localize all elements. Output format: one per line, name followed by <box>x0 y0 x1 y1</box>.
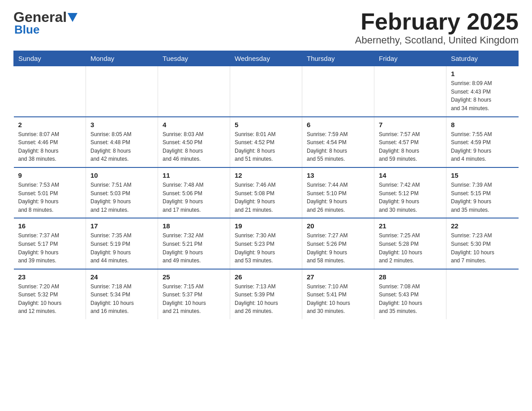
day-number: 15 <box>451 171 514 179</box>
day-number: 18 <box>163 222 225 230</box>
day-number: 21 <box>379 222 442 230</box>
day-number: 5 <box>235 121 297 128</box>
calendar-cell <box>14 66 86 117</box>
day-info: Sunrise: 8:07 AMSunset: 4:46 PMDaylight:… <box>18 130 82 163</box>
calendar-cell: 20Sunrise: 7:27 AMSunset: 5:26 PMDayligh… <box>302 218 374 269</box>
calendar-cell <box>374 66 446 117</box>
day-info: Sunrise: 7:10 AMSunset: 5:41 PMDaylight:… <box>307 283 369 316</box>
day-info: Sunrise: 8:01 AMSunset: 4:52 PMDaylight:… <box>235 130 297 163</box>
calendar-cell: 23Sunrise: 7:20 AMSunset: 5:32 PMDayligh… <box>14 269 86 319</box>
calendar-week-row: 1Sunrise: 8:09 AMSunset: 4:43 PMDaylight… <box>14 66 519 117</box>
day-info: Sunrise: 7:13 AMSunset: 5:39 PMDaylight:… <box>235 283 297 316</box>
calendar-cell: 28Sunrise: 7:08 AMSunset: 5:43 PMDayligh… <box>374 269 446 319</box>
day-number: 3 <box>90 121 153 128</box>
day-info: Sunrise: 7:30 AMSunset: 5:23 PMDaylight:… <box>235 231 297 265</box>
calendar-cell: 19Sunrise: 7:30 AMSunset: 5:23 PMDayligh… <box>230 218 302 269</box>
day-number: 14 <box>379 171 442 179</box>
calendar-cell: 25Sunrise: 7:15 AMSunset: 5:37 PMDayligh… <box>158 269 230 319</box>
calendar-cell: 27Sunrise: 7:10 AMSunset: 5:41 PMDayligh… <box>302 269 374 319</box>
logo-icon <box>68 13 77 23</box>
calendar-cell: 8Sunrise: 7:55 AMSunset: 4:59 PMDaylight… <box>446 117 519 167</box>
day-number: 25 <box>163 273 225 281</box>
calendar-week-row: 2Sunrise: 8:07 AMSunset: 4:46 PMDaylight… <box>14 117 519 167</box>
day-info: Sunrise: 7:59 AMSunset: 4:54 PMDaylight:… <box>307 130 369 163</box>
day-number: 24 <box>90 273 153 281</box>
col-monday: Monday <box>86 51 158 66</box>
day-info: Sunrise: 7:48 AMSunset: 5:06 PMDaylight:… <box>163 181 225 214</box>
calendar-cell: 24Sunrise: 7:18 AMSunset: 5:34 PMDayligh… <box>86 269 158 319</box>
day-info: Sunrise: 7:46 AMSunset: 5:08 PMDaylight:… <box>235 181 297 214</box>
calendar-cell: 11Sunrise: 7:48 AMSunset: 5:06 PMDayligh… <box>158 167 230 218</box>
page-title: February 2025 <box>355 9 519 34</box>
day-info: Sunrise: 7:20 AMSunset: 5:32 PMDaylight:… <box>18 283 82 316</box>
calendar-week-row: 16Sunrise: 7:37 AMSunset: 5:17 PMDayligh… <box>14 218 519 269</box>
calendar-cell: 26Sunrise: 7:13 AMSunset: 5:39 PMDayligh… <box>230 269 302 319</box>
calendar-cell: 14Sunrise: 7:42 AMSunset: 5:12 PMDayligh… <box>374 167 446 218</box>
day-info: Sunrise: 7:15 AMSunset: 5:37 PMDaylight:… <box>163 283 225 316</box>
svg-marker-0 <box>68 13 77 22</box>
day-number: 16 <box>18 222 82 230</box>
day-info: Sunrise: 7:51 AMSunset: 5:03 PMDaylight:… <box>90 181 153 214</box>
col-wednesday: Wednesday <box>230 51 302 66</box>
day-number: 22 <box>451 222 514 230</box>
day-info: Sunrise: 7:39 AMSunset: 5:15 PMDaylight:… <box>451 181 514 214</box>
day-number: 26 <box>235 273 297 281</box>
day-info: Sunrise: 7:25 AMSunset: 5:28 PMDaylight:… <box>379 231 442 265</box>
day-info: Sunrise: 7:44 AMSunset: 5:10 PMDaylight:… <box>307 181 369 214</box>
calendar-cell: 12Sunrise: 7:46 AMSunset: 5:08 PMDayligh… <box>230 167 302 218</box>
logo-blue: Blue <box>13 23 39 37</box>
calendar-table: Sunday Monday Tuesday Wednesday Thursday… <box>13 51 519 319</box>
day-info: Sunrise: 7:42 AMSunset: 5:12 PMDaylight:… <box>379 181 442 214</box>
day-number: 11 <box>163 171 225 179</box>
logo: General Blue <box>13 9 77 37</box>
calendar-cell: 6Sunrise: 7:59 AMSunset: 4:54 PMDaylight… <box>302 117 374 167</box>
day-number: 23 <box>18 273 82 281</box>
calendar-cell <box>302 66 374 117</box>
calendar-cell: 1Sunrise: 8:09 AMSunset: 4:43 PMDaylight… <box>446 66 519 117</box>
day-number: 1 <box>451 70 514 77</box>
day-info: Sunrise: 7:57 AMSunset: 4:57 PMDaylight:… <box>379 130 442 163</box>
day-number: 20 <box>307 222 369 230</box>
day-info: Sunrise: 7:23 AMSunset: 5:30 PMDaylight:… <box>451 231 514 265</box>
day-number: 6 <box>307 121 369 128</box>
day-info: Sunrise: 7:37 AMSunset: 5:17 PMDaylight:… <box>18 231 82 265</box>
calendar-cell: 21Sunrise: 7:25 AMSunset: 5:28 PMDayligh… <box>374 218 446 269</box>
calendar-cell: 10Sunrise: 7:51 AMSunset: 5:03 PMDayligh… <box>86 167 158 218</box>
col-friday: Friday <box>374 51 446 66</box>
day-number: 10 <box>90 171 153 179</box>
col-tuesday: Tuesday <box>158 51 230 66</box>
calendar-cell <box>230 66 302 117</box>
day-info: Sunrise: 7:08 AMSunset: 5:43 PMDaylight:… <box>379 283 442 316</box>
calendar-cell: 15Sunrise: 7:39 AMSunset: 5:15 PMDayligh… <box>446 167 519 218</box>
calendar-week-row: 9Sunrise: 7:53 AMSunset: 5:01 PMDaylight… <box>14 167 519 218</box>
calendar-cell: 2Sunrise: 8:07 AMSunset: 4:46 PMDaylight… <box>14 117 86 167</box>
page-subtitle: Abernethy, Scotland, United Kingdom <box>355 34 519 46</box>
day-number: 27 <box>307 273 369 281</box>
day-info: Sunrise: 7:27 AMSunset: 5:26 PMDaylight:… <box>307 231 369 265</box>
calendar-cell <box>86 66 158 117</box>
day-number: 2 <box>18 121 82 128</box>
calendar-cell <box>446 269 519 319</box>
col-thursday: Thursday <box>302 51 374 66</box>
calendar-cell: 13Sunrise: 7:44 AMSunset: 5:10 PMDayligh… <box>302 167 374 218</box>
day-info: Sunrise: 7:35 AMSunset: 5:19 PMDaylight:… <box>90 231 153 265</box>
day-info: Sunrise: 7:32 AMSunset: 5:21 PMDaylight:… <box>163 231 225 265</box>
day-info: Sunrise: 8:09 AMSunset: 4:43 PMDaylight:… <box>451 79 514 112</box>
page-header: General Blue February 2025 Abernethy, Sc… <box>13 9 519 46</box>
calendar-cell: 5Sunrise: 8:01 AMSunset: 4:52 PMDaylight… <box>230 117 302 167</box>
day-info: Sunrise: 7:55 AMSunset: 4:59 PMDaylight:… <box>451 130 514 163</box>
calendar-week-row: 23Sunrise: 7:20 AMSunset: 5:32 PMDayligh… <box>14 269 519 319</box>
title-block: February 2025 Abernethy, Scotland, Unite… <box>355 9 519 46</box>
day-number: 4 <box>163 121 225 128</box>
calendar-cell: 3Sunrise: 8:05 AMSunset: 4:48 PMDaylight… <box>86 117 158 167</box>
calendar-header-row: Sunday Monday Tuesday Wednesday Thursday… <box>14 51 519 66</box>
calendar-cell: 7Sunrise: 7:57 AMSunset: 4:57 PMDaylight… <box>374 117 446 167</box>
day-info: Sunrise: 8:05 AMSunset: 4:48 PMDaylight:… <box>90 130 153 163</box>
col-sunday: Sunday <box>14 51 86 66</box>
col-saturday: Saturday <box>446 51 519 66</box>
day-info: Sunrise: 8:03 AMSunset: 4:50 PMDaylight:… <box>163 130 225 163</box>
day-number: 12 <box>235 171 297 179</box>
day-number: 17 <box>90 222 153 230</box>
day-number: 7 <box>379 121 442 128</box>
calendar-cell: 16Sunrise: 7:37 AMSunset: 5:17 PMDayligh… <box>14 218 86 269</box>
